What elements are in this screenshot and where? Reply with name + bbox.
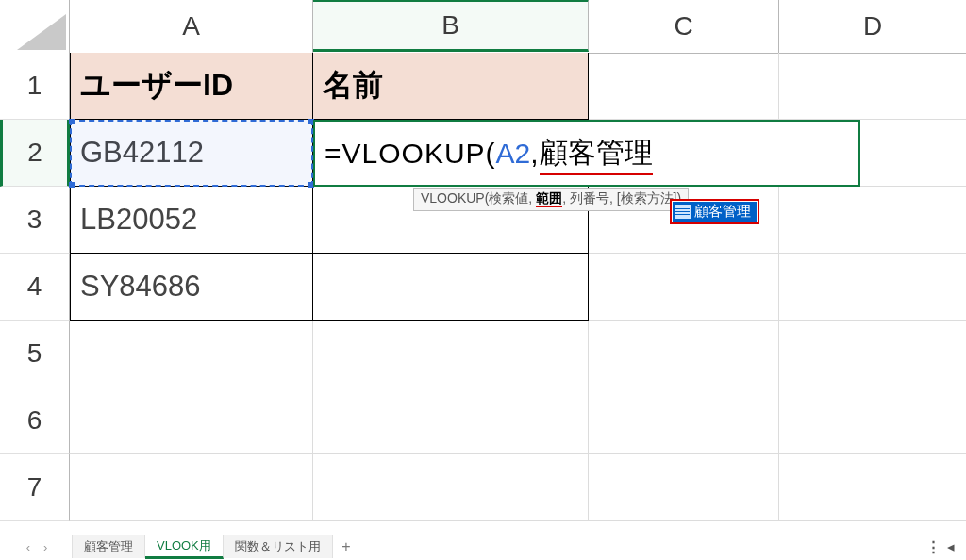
cell-B2-editing[interactable]: =VLOOKUP( A2 , 顧客管理	[313, 120, 860, 187]
sheet-tab-bar: ‹ › 顧客管理 VLOOK用 関数＆リスト用 + ⋮ ◂	[2, 535, 964, 558]
row-1: ユーザーID 名前	[70, 53, 966, 120]
row-6	[70, 387, 966, 454]
name-suggestion[interactable]: 顧客管理	[670, 199, 759, 224]
cell-B4[interactable]	[313, 254, 589, 321]
cell-B5[interactable]	[313, 321, 589, 387]
unknown-name-underline	[540, 173, 653, 175]
formula-prefix: =VLOOKUP(	[325, 138, 496, 170]
sheet-tab-3[interactable]: 関数＆リスト用	[224, 535, 333, 558]
sheet-nav-prev[interactable]: ‹	[26, 540, 30, 554]
row-7	[70, 454, 966, 521]
cell-A4[interactable]: SY84686	[70, 254, 313, 321]
cell-B1[interactable]: 名前	[313, 53, 589, 120]
row-head-6[interactable]: 6	[0, 387, 70, 454]
cell-D1[interactable]	[779, 53, 966, 120]
tab-resize-icon[interactable]: ◂	[947, 538, 955, 555]
row-head-3[interactable]: 3	[0, 187, 70, 254]
col-head-B[interactable]: B	[313, 0, 589, 52]
tab-overflow-icon[interactable]: ⋮	[926, 538, 938, 555]
sheet-nav-next[interactable]: ›	[43, 540, 47, 554]
row-head-1[interactable]: 1	[0, 53, 70, 120]
cell-A5[interactable]	[70, 321, 313, 387]
formula-ref: A2	[496, 138, 531, 170]
cell-C4[interactable]	[589, 254, 779, 321]
grid: ユーザーID 名前 GB42112 LB20052 SY84686	[70, 53, 966, 521]
formula-name: 顧客管理	[540, 134, 653, 173]
cell-C1[interactable]	[589, 53, 779, 120]
table-icon	[675, 205, 691, 219]
fn-tip-name: VLOOKUP(	[421, 190, 489, 206]
cell-C7[interactable]	[589, 454, 779, 521]
row-head-2[interactable]: 2	[0, 120, 70, 187]
row-head-4[interactable]: 4	[0, 254, 70, 321]
cell-D7[interactable]	[779, 454, 966, 521]
column-headers: A B C D	[0, 0, 966, 54]
function-tooltip: VLOOKUP(検索値, 範囲, 列番号, [検索方法])	[413, 188, 689, 211]
row-headers: 1 2 3 4 5 6 7	[0, 53, 70, 521]
fn-tip-arg4: [検索方法]	[617, 190, 677, 206]
cell-A7[interactable]	[70, 454, 313, 521]
formula-sep: ,	[530, 138, 539, 170]
formula-name-text: 顧客管理	[540, 137, 653, 168]
cell-D3[interactable]	[779, 187, 966, 254]
cell-A3[interactable]: LB20052	[70, 187, 313, 254]
sheet-add-button[interactable]: +	[333, 535, 359, 558]
suggestion-label: 顧客管理	[694, 203, 751, 221]
row-5	[70, 321, 966, 387]
fn-tip-arg1: 検索値	[489, 190, 528, 206]
select-all-corner[interactable]	[0, 0, 70, 53]
fn-tip-arg2: 範囲	[536, 190, 562, 207]
cell-D5[interactable]	[779, 321, 966, 387]
cell-D4[interactable]	[779, 254, 966, 321]
cell-A2[interactable]: GB42112	[70, 120, 313, 187]
cell-A6[interactable]	[70, 387, 313, 454]
select-all-icon	[17, 14, 66, 50]
col-head-C[interactable]: C	[589, 0, 779, 53]
sheet-tab-2[interactable]: VLOOK用	[145, 535, 224, 559]
cell-C6[interactable]	[589, 387, 779, 454]
sheet-tab-1[interactable]: 顧客管理	[73, 535, 145, 558]
fn-tip-arg3: 列番号	[570, 190, 609, 206]
row-head-7[interactable]: 7	[0, 454, 70, 521]
row-head-5[interactable]: 5	[0, 321, 70, 387]
sheet-nav: ‹ ›	[2, 535, 73, 558]
row-4: SY84686	[70, 254, 966, 321]
cell-B6[interactable]	[313, 387, 589, 454]
cell-C5[interactable]	[589, 321, 779, 387]
cell-A1[interactable]: ユーザーID	[70, 53, 313, 120]
cell-B7[interactable]	[313, 454, 589, 521]
col-head-A[interactable]: A	[70, 0, 313, 53]
cell-D6[interactable]	[779, 387, 966, 454]
col-head-D[interactable]: D	[779, 0, 966, 53]
